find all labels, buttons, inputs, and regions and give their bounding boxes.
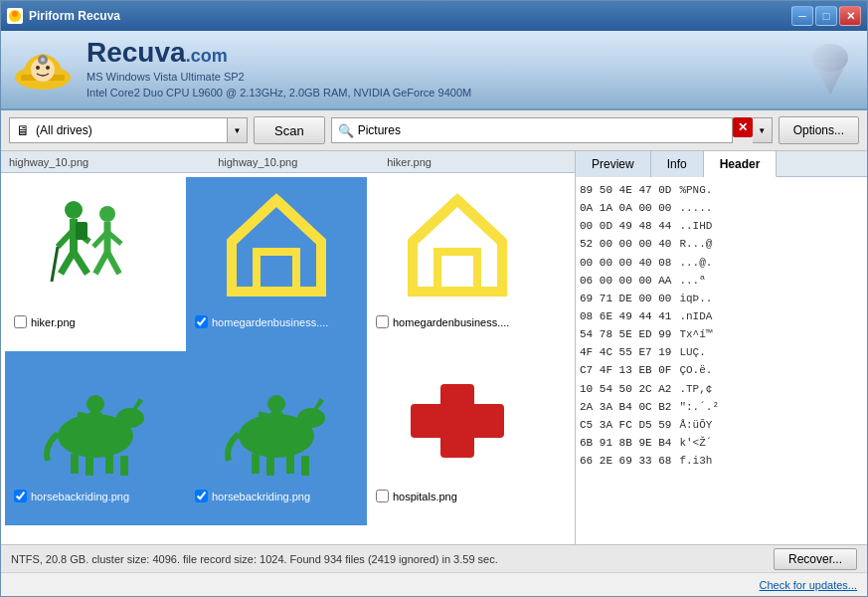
filter-box: 🔍 [331, 117, 733, 143]
right-panel: Preview Info Header 89 50 4E 47 0D%PNG.0… [576, 151, 867, 544]
svg-line-22 [107, 252, 119, 274]
hex-row: 52 00 00 00 40R...@ [580, 235, 863, 253]
svg-rect-16 [76, 222, 87, 240]
svg-point-38 [87, 395, 104, 413]
hex-row: 0A 1A 0A 00 00..... [580, 199, 863, 217]
thumbnail-horse1 [16, 356, 175, 486]
drive-selector[interactable]: 🖥 (All drives) [9, 117, 228, 143]
svg-marker-28 [413, 200, 502, 292]
hex-row: 69 71 DE 00 00iqÞ.. [580, 290, 863, 307]
status-text: NTFS, 20.8 GB. cluster size: 4096. file … [11, 553, 774, 565]
svg-point-17 [99, 206, 115, 222]
hex-row: 6B 91 8B 9E B4k'<Ž´ [580, 434, 863, 452]
main-window: Piriform Recuva ─ □ ✕ [0, 0, 868, 597]
svg-rect-44 [252, 454, 260, 474]
maximize-button[interactable]: □ [815, 6, 837, 26]
recover-button[interactable]: Recover... [774, 548, 857, 570]
svg-rect-36 [105, 454, 113, 474]
file-checkbox[interactable] [14, 490, 27, 502]
status-bar: NTFS, 20.8 GB. cluster size: 4096. file … [1, 544, 867, 572]
filter-input[interactable] [358, 123, 726, 137]
list-item[interactable]: hiker.png [5, 177, 186, 351]
svg-line-30 [413, 200, 457, 242]
filter-dropdown-button[interactable]: ▼ [753, 117, 773, 143]
main-content: highway_10.png highway_10.png hiker.png [1, 151, 867, 544]
app-name: Recuva.com [87, 38, 805, 69]
app-title-block: Recuva.com MS Windows Vista Ultimate SP2… [87, 38, 805, 101]
hex-row: 54 78 5E ED 99Tx^í™ [580, 325, 863, 343]
drive-icon: 🖥 [16, 122, 30, 138]
svg-rect-37 [120, 456, 128, 476]
file-name: hiker.png [31, 316, 76, 328]
svg-rect-25 [257, 252, 296, 292]
svg-marker-24 [232, 200, 321, 292]
search-icon: 🔍 [338, 123, 354, 138]
file-name-row: hospitals.png [372, 490, 543, 502]
minimize-button[interactable]: ─ [791, 6, 813, 26]
svg-point-1 [12, 11, 18, 17]
thumbnail-home-selected [197, 182, 356, 311]
svg-rect-46 [286, 454, 294, 474]
hex-row: 00 0D 49 48 44..IHD [580, 217, 863, 235]
file-grid-header: highway_10.png highway_10.png hiker.png [1, 151, 575, 173]
gem-decoration [805, 40, 855, 100]
tab-preview[interactable]: Preview [576, 151, 651, 177]
filter-clear-button[interactable]: ✕ [733, 117, 753, 137]
file-name-row: homegardenbusiness.... [191, 315, 362, 328]
drive-dropdown-button[interactable]: ▼ [228, 117, 248, 143]
svg-line-31 [457, 200, 502, 242]
thumbnail-hospitals [378, 356, 537, 486]
svg-rect-53 [411, 404, 504, 438]
svg-line-27 [276, 200, 321, 242]
svg-point-8 [41, 58, 45, 62]
file-checkbox[interactable] [376, 315, 389, 328]
file-name-row: horsebackriding.png [10, 490, 181, 502]
file-grid: hiker.png [1, 173, 575, 544]
app-header: Recuva.com MS Windows Vista Ultimate SP2… [1, 31, 867, 110]
svg-point-33 [116, 408, 144, 428]
list-item[interactable]: horsebackriding.png [5, 351, 186, 525]
titlebar: Piriform Recuva ─ □ ✕ [1, 1, 867, 31]
col-header-2: highway_10.png [218, 156, 297, 168]
hex-row: C7 4F 13 EB 0FÇO.ë. [580, 361, 863, 379]
file-checkbox[interactable] [14, 315, 27, 328]
thumbnail-horse2 [197, 356, 356, 486]
svg-point-6 [46, 66, 50, 70]
footer-bar: Check for updates... [1, 572, 867, 596]
close-button[interactable]: ✕ [839, 6, 861, 26]
window-controls: ─ □ ✕ [791, 6, 861, 26]
file-checkbox[interactable] [195, 490, 208, 502]
list-item[interactable]: homegardenbusiness.... [367, 177, 548, 351]
list-item[interactable]: homegardenbusiness.... [186, 177, 367, 351]
svg-rect-35 [86, 456, 93, 476]
svg-line-23 [52, 247, 58, 282]
svg-rect-34 [71, 454, 79, 474]
options-button[interactable]: Options... [779, 116, 859, 144]
file-checkbox[interactable] [195, 315, 208, 328]
svg-line-15 [74, 252, 87, 274]
svg-point-10 [65, 201, 83, 219]
hex-row: 89 50 4E 47 0D%PNG. [580, 181, 863, 199]
file-checkbox[interactable] [376, 490, 389, 502]
tab-info[interactable]: Info [651, 151, 704, 177]
col-header-1: highway_10.png [9, 156, 88, 168]
hex-row: 2A 3A B4 0C B2":.´.² [580, 398, 863, 416]
hex-row: 08 6E 49 44 41.nIDA [580, 307, 863, 325]
list-item[interactable]: horsebackriding.png [186, 351, 367, 525]
thumbnail-home [378, 182, 537, 311]
file-name: horsebackriding.png [31, 491, 129, 502]
file-name: homegardenbusiness.... [212, 316, 328, 328]
list-item[interactable]: hospitals.png [367, 351, 548, 525]
svg-point-48 [267, 395, 285, 413]
system-info-line1: MS Windows Vista Ultimate SP2 [87, 69, 805, 86]
file-name-row: horsebackriding.png [191, 490, 362, 502]
svg-point-43 [297, 408, 325, 428]
hex-row: 06 00 00 00 AA...ª [580, 272, 863, 290]
panel-tabs: Preview Info Header [576, 151, 867, 177]
file-name-row: homegardenbusiness.... [372, 315, 543, 328]
scan-button[interactable]: Scan [254, 116, 325, 144]
svg-rect-29 [437, 252, 477, 292]
file-name: hospitals.png [393, 491, 457, 502]
update-link[interactable]: Check for updates... [760, 579, 857, 591]
tab-header[interactable]: Header [704, 151, 778, 177]
